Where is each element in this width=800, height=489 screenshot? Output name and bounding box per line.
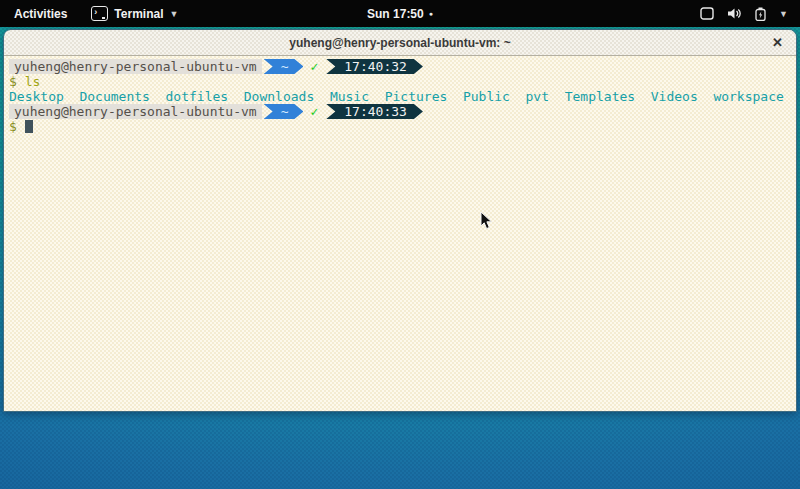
ls-output-line: DesktopDocumentsdotfilesDownloadsMusicPi… xyxy=(9,89,796,104)
command-line: $ ls xyxy=(9,74,796,89)
display-icon xyxy=(700,7,714,20)
prompt-time-segment: 17:40:32 xyxy=(326,59,423,74)
close-icon[interactable]: ✕ xyxy=(772,30,783,55)
directory-name: Public xyxy=(463,89,510,104)
prompt-line: yuheng@henry-personal-ubuntu-vm ~ ✓ 17:4… xyxy=(9,59,796,74)
prompt-user-segment: yuheng@henry-personal-ubuntu-vm xyxy=(9,59,262,74)
terminal-window: yuheng@henry-personal-ubuntu-vm: ~ ✕ yuh… xyxy=(3,29,797,412)
prompt-line: yuheng@henry-personal-ubuntu-vm ~ ✓ 17:4… xyxy=(9,104,796,119)
battery-charging-icon xyxy=(755,7,766,21)
prompt-symbol: $ xyxy=(9,119,17,134)
directory-name: pvt xyxy=(526,89,549,104)
screen: Activities › Terminal ▼ Sun 17:50 ● xyxy=(0,0,800,489)
prompt-status-check: ✓ xyxy=(303,59,324,74)
directory-name: Videos xyxy=(651,89,698,104)
directory-name: Documents xyxy=(79,89,149,104)
prompt-path-segment: ~ xyxy=(264,104,304,119)
window-title: yuheng@henry-personal-ubuntu-vm: ~ xyxy=(289,36,510,50)
notification-dot-icon: ● xyxy=(429,10,433,17)
activities-button[interactable]: Activities xyxy=(0,0,81,27)
command-text: ls xyxy=(25,74,41,89)
terminal-app-icon: › xyxy=(91,6,108,21)
prompt-time-segment: 17:40:33 xyxy=(326,104,423,119)
terminal-cursor xyxy=(25,120,33,133)
directory-name: Music xyxy=(330,89,369,104)
chevron-down-icon: ▼ xyxy=(779,9,788,19)
prompt-user-segment: yuheng@henry-personal-ubuntu-vm xyxy=(9,104,262,119)
prompt-path-segment: ~ xyxy=(264,59,304,74)
window-titlebar[interactable]: yuheng@henry-personal-ubuntu-vm: ~ ✕ xyxy=(4,30,796,56)
top-bar-left: Activities › Terminal ▼ xyxy=(0,0,188,27)
prompt-status-check: ✓ xyxy=(303,104,324,119)
chevron-down-icon: ▼ xyxy=(169,9,178,19)
prompt-symbol: $ xyxy=(9,74,17,89)
input-line[interactable]: $ xyxy=(9,119,796,134)
gnome-top-bar: Activities › Terminal ▼ Sun 17:50 ● xyxy=(0,0,800,27)
directory-name: workspace xyxy=(713,89,783,104)
directory-name: Pictures xyxy=(385,89,448,104)
volume-icon xyxy=(727,7,742,20)
directory-name: Downloads xyxy=(244,89,314,104)
clock-label[interactable]: Sun 17:50 xyxy=(367,7,424,21)
system-status-area[interactable]: ▼ xyxy=(700,0,800,27)
app-menu-button[interactable]: › Terminal ▼ xyxy=(81,0,188,27)
directory-name: dotfiles xyxy=(166,89,229,104)
directory-name: Templates xyxy=(565,89,635,104)
terminal-content[interactable]: yuheng@henry-personal-ubuntu-vm ~ ✓ 17:4… xyxy=(4,56,796,411)
directory-name: Desktop xyxy=(9,89,64,104)
app-menu-label: Terminal xyxy=(114,7,163,21)
